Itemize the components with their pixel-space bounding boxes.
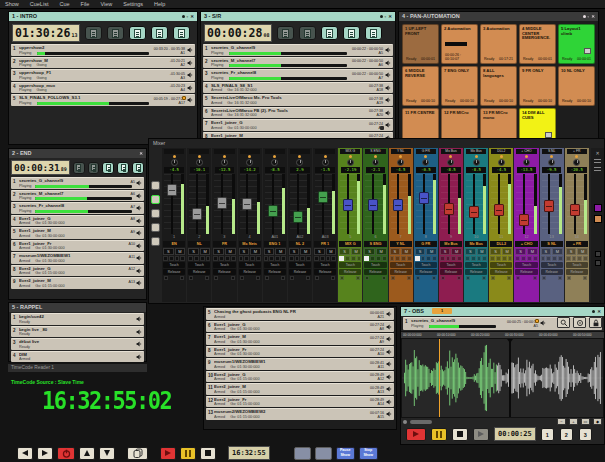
speaker-icon[interactable] xyxy=(385,72,391,78)
strip-assign-button[interactable] xyxy=(320,256,325,261)
release-button[interactable]: Release xyxy=(415,269,437,275)
orange-group-swatch[interactable] xyxy=(594,215,602,223)
page-button[interactable]: 2 xyxy=(560,428,573,441)
dock-button[interactable] xyxy=(151,181,160,190)
inactive-show-button[interactable] xyxy=(294,447,311,460)
cue-new-button[interactable] xyxy=(85,26,102,40)
strip-assign-button[interactable] xyxy=(577,256,582,261)
panel-pan-header[interactable]: 4 - PAN-AUTOMATION ▫✕ xyxy=(399,12,598,21)
strip-assign-button[interactable] xyxy=(269,256,274,261)
dock-button[interactable] xyxy=(151,223,160,232)
speaker-icon[interactable] xyxy=(187,60,193,66)
pan-knob[interactable] xyxy=(296,159,303,166)
panel-intro-header[interactable]: 1 - INTRO ▫✕ xyxy=(9,12,197,21)
pan-knob[interactable] xyxy=(498,159,505,166)
speaker-icon[interactable] xyxy=(385,85,391,91)
strip-assign-button[interactable] xyxy=(194,256,199,261)
touch-button[interactable]: Touch xyxy=(314,262,336,268)
pan-cue-tile[interactable]: 1 UP-LEFT FRONT Ready 00:00:01 xyxy=(402,24,439,64)
fader-cap[interactable] xyxy=(368,199,378,211)
close-icon[interactable]: ✕ xyxy=(597,310,601,314)
fader-cap[interactable] xyxy=(419,192,429,204)
fader-track[interactable] xyxy=(340,174,360,234)
fader-track[interactable] xyxy=(365,174,385,234)
strip-option-icon[interactable] xyxy=(457,276,461,280)
cue-row[interactable]: 4 Ever1_joiner_G Armed Go: 01:30:00:000 … xyxy=(11,215,144,227)
strip-assign-button[interactable] xyxy=(275,256,280,261)
speaker-icon[interactable] xyxy=(136,280,142,286)
next-cue-button[interactable] xyxy=(37,447,53,460)
strip-select-button[interactable] xyxy=(390,256,395,261)
pan-cue-tile[interactable]: 7 ENG ONLY Ready 00:00:10 xyxy=(441,66,478,106)
release-button[interactable]: Release xyxy=(515,269,537,275)
strip-select-button[interactable] xyxy=(314,256,319,261)
strip-option-icon[interactable] xyxy=(356,276,360,280)
release-button[interactable]: Release xyxy=(239,269,261,275)
touch-button[interactable]: Touch xyxy=(390,262,412,268)
strip-select-button[interactable] xyxy=(289,256,294,261)
speaker-icon[interactable] xyxy=(386,411,392,417)
strip-option-icon[interactable] xyxy=(306,276,310,280)
strip-option-icon[interactable] xyxy=(391,276,395,280)
speaker-icon[interactable] xyxy=(136,268,142,274)
pan-cue-tile[interactable]: 5 Layout1 climb Ready 00:00:01 xyxy=(558,24,595,64)
cue-row[interactable]: 7 Ever1_joiner_G Armed Go: 01:30:00:000 … xyxy=(203,119,393,131)
touch-button[interactable]: Touch xyxy=(264,262,286,268)
menu-item[interactable]: Settings xyxy=(123,1,143,7)
solo-button[interactable]: S xyxy=(163,248,174,255)
release-button[interactable]: Release xyxy=(314,269,336,275)
waveform-ruler[interactable]: 00:00:00:000 00:00:10:000 00:00:20:000 0… xyxy=(401,331,604,338)
speaker-icon[interactable] xyxy=(136,354,142,360)
pan-knob[interactable] xyxy=(523,159,530,166)
mute-button[interactable]: M xyxy=(275,248,286,255)
mixer-channel-strip[interactable]: + CHO -13.5 12 + CHO S M Touch Release xyxy=(514,148,538,302)
fader-track[interactable] xyxy=(567,174,587,234)
speaker-icon[interactable] xyxy=(136,218,142,224)
fader-cap[interactable] xyxy=(570,204,580,216)
strip-assign-button[interactable] xyxy=(250,256,255,261)
mixer-channel-strip[interactable]: Y NL -4.5 7 Y NL S M Touch Release xyxy=(389,148,413,302)
strip-assign-button[interactable] xyxy=(300,256,305,261)
fader-cap[interactable] xyxy=(242,198,252,210)
cue-row[interactable]: 5 SecretsLiveOfMarco Mx. Pro Tools Armed… xyxy=(203,94,393,106)
strip-assign-button[interactable] xyxy=(546,256,551,261)
cue-insert-button[interactable] xyxy=(102,162,114,174)
cue-row[interactable]: 6 SecretsLiveOfMarco FB (2). Pro Tools A… xyxy=(203,107,393,119)
touch-button[interactable]: Touch xyxy=(163,262,185,268)
touch-button[interactable]: Touch xyxy=(541,262,563,268)
strip-option-icon[interactable] xyxy=(567,276,571,280)
release-button[interactable]: Release xyxy=(188,269,210,275)
strip-option-icon[interactable] xyxy=(281,276,285,280)
fader-track[interactable] xyxy=(416,174,436,234)
fader-cap[interactable] xyxy=(469,206,479,218)
strip-select-button[interactable] xyxy=(239,256,244,261)
fader-cap[interactable] xyxy=(217,197,227,209)
strip-assign-button[interactable] xyxy=(175,256,180,261)
strip-option-icon[interactable] xyxy=(491,276,495,280)
mixer-option-icon[interactable] xyxy=(595,260,601,266)
dock-button[interactable] xyxy=(151,195,160,204)
release-button[interactable]: Release xyxy=(465,269,487,275)
cue-marker-flag[interactable]: 1 xyxy=(432,308,452,314)
cue-insert-button[interactable] xyxy=(129,26,146,40)
zoom-in-button[interactable]: + xyxy=(569,418,578,425)
pan-knob[interactable] xyxy=(246,159,253,166)
strip-assign-button[interactable] xyxy=(370,256,375,261)
skip-button[interactable] xyxy=(473,428,489,441)
strip-assign-button[interactable] xyxy=(225,256,230,261)
release-button[interactable]: Release xyxy=(566,269,588,275)
cue-insert-button[interactable] xyxy=(321,26,338,40)
strip-option-icon[interactable] xyxy=(507,276,511,280)
strip-assign-button[interactable] xyxy=(256,256,261,261)
menu-icon[interactable] xyxy=(594,159,601,164)
fader-cap[interactable] xyxy=(544,200,554,212)
touch-button[interactable]: Touch xyxy=(415,262,437,268)
strip-assign-button[interactable] xyxy=(376,256,381,261)
cue-row[interactable]: 10 Ever2_joiner_G Armed Go: 01:15:00:000… xyxy=(206,371,394,383)
pan-cue-tile[interactable]: 8 ALL languages Ready 00:00:10 xyxy=(480,66,517,106)
strip-select-button[interactable] xyxy=(415,256,420,261)
maximize-icon[interactable]: ▫ xyxy=(588,15,590,19)
panel-sr-header[interactable]: 3 - S/R ▫✕ xyxy=(201,12,395,21)
strip-select-button[interactable] xyxy=(465,256,470,261)
close-icon[interactable]: ✕ xyxy=(139,152,143,156)
